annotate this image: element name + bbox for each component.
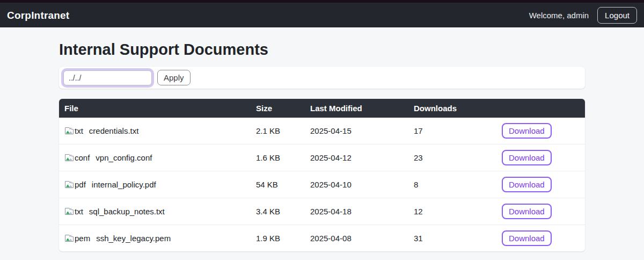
file-downloads: 31 <box>414 225 502 252</box>
file-modified: 2025-04-12 <box>310 145 414 171</box>
image-alt-text: conf <box>75 153 90 162</box>
broken-image-icon <box>64 207 74 215</box>
page-title: Internal Support Documents <box>59 41 585 59</box>
file-size: 1.9 KB <box>256 225 310 252</box>
file-name: credentials.txt <box>89 126 139 135</box>
image-alt-text: txt <box>75 207 83 216</box>
column-header-action <box>502 99 585 118</box>
welcome-text: Welcome, admin <box>529 11 589 20</box>
brand-link[interactable]: CorpIntranet <box>7 10 69 21</box>
column-header-downloads: Downloads <box>414 99 502 118</box>
table-row: pdf internal_policy.pdf 54 KB 2025-04-10… <box>59 171 585 198</box>
file-downloads: 12 <box>414 198 502 225</box>
table-row: txt sql_backup_notes.txt 3.4 KB 2025-04-… <box>59 198 585 225</box>
image-alt-text: pdf <box>75 180 86 189</box>
logout-button[interactable]: Logout <box>597 7 637 24</box>
column-header-modified: Last Modified <box>310 99 414 118</box>
table-header-row: File Size Last Modified Downloads <box>59 99 585 118</box>
file-cell: pem ssh_key_legacy.pem <box>64 234 256 243</box>
file-cell: pdf internal_policy.pdf <box>64 180 256 189</box>
path-input[interactable] <box>63 70 152 85</box>
main-content: Internal Support Documents Apply File Si… <box>59 41 585 251</box>
image-alt-text: pem <box>75 234 90 243</box>
file-modified: 2025-04-18 <box>310 198 414 225</box>
broken-image-icon <box>64 234 74 242</box>
file-name: vpn_config.conf <box>96 153 152 162</box>
table-row: conf vpn_config.conf 1.6 KB 2025-04-12 2… <box>59 145 585 171</box>
download-button[interactable]: Download <box>502 204 552 219</box>
file-modified: 2025-04-10 <box>310 171 414 198</box>
path-filter-bar: Apply <box>59 67 585 89</box>
download-button[interactable]: Download <box>502 150 552 165</box>
file-downloads: 23 <box>414 145 502 171</box>
file-size: 1.6 KB <box>256 145 310 171</box>
broken-image-icon <box>64 180 74 189</box>
download-button[interactable]: Download <box>502 177 552 192</box>
download-button[interactable]: Download <box>502 230 552 246</box>
file-name: ssh_key_legacy.pem <box>96 234 171 243</box>
table-row: txt credentials.txt 2.1 KB 2025-04-15 17… <box>59 118 585 145</box>
file-name: internal_policy.pdf <box>92 180 156 189</box>
image-alt-text: txt <box>75 126 83 135</box>
documents-table: File Size Last Modified Downloads <box>59 99 585 251</box>
column-header-file: File <box>59 99 256 118</box>
broken-image-icon <box>64 127 74 135</box>
file-cell: txt credentials.txt <box>64 126 256 135</box>
file-cell: txt sql_backup_notes.txt <box>64 207 256 216</box>
navbar-right: Welcome, admin Logout <box>529 7 637 24</box>
file-modified: 2025-04-15 <box>310 118 414 145</box>
file-size: 54 KB <box>256 171 310 198</box>
file-downloads: 8 <box>414 171 502 198</box>
apply-button[interactable]: Apply <box>157 70 191 85</box>
download-button[interactable]: Download <box>502 123 552 139</box>
table-row: pem ssh_key_legacy.pem 1.9 KB 2025-04-08… <box>59 225 585 252</box>
file-downloads: 17 <box>414 118 502 145</box>
file-size: 2.1 KB <box>256 118 310 145</box>
file-modified: 2025-04-08 <box>310 225 414 252</box>
file-size: 3.4 KB <box>256 198 310 225</box>
navbar: CorpIntranet Welcome, admin Logout <box>0 3 644 27</box>
broken-image-icon <box>64 154 74 162</box>
file-name: sql_backup_notes.txt <box>89 207 165 216</box>
documents-table-card: File Size Last Modified Downloads <box>59 99 585 251</box>
file-cell: conf vpn_config.conf <box>64 153 256 162</box>
column-header-size: Size <box>256 99 310 118</box>
